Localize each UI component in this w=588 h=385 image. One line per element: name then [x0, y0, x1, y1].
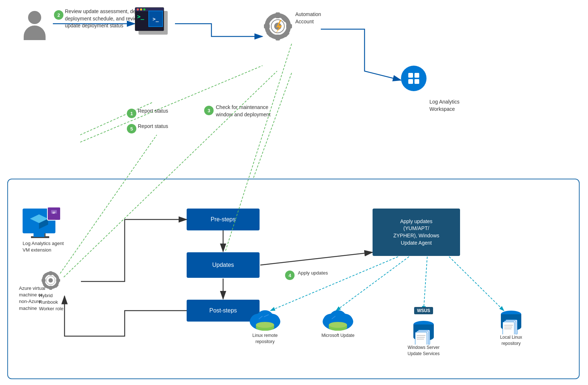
log-analytics-agent-label: Log Analytics agentVM extension	[23, 240, 70, 253]
automation-label: AutomationAccount	[295, 11, 321, 25]
svg-rect-90	[503, 322, 514, 334]
pre-steps-box: Pre-steps	[187, 209, 260, 230]
step4-label: Apply updates	[298, 270, 328, 276]
svg-line-56	[336, 257, 409, 311]
wsus-item: WSUS Windows ServerUpdate Services	[402, 307, 445, 357]
monitor-icon	[23, 209, 55, 233]
svg-rect-44	[56, 279, 60, 282]
log-analytics-label: Log AnalyticsWorkspace	[429, 98, 460, 113]
vm-area: Log Analytics agentVM extension	[23, 209, 70, 251]
svg-rect-28	[414, 73, 419, 78]
svg-rect-29	[408, 79, 413, 84]
svg-line-55	[270, 257, 398, 311]
svg-rect-42	[49, 286, 52, 290]
bottom-arrows-svg	[8, 179, 579, 378]
log-analytics-icon	[401, 66, 427, 91]
svg-rect-27	[408, 73, 413, 78]
svg-rect-20	[264, 24, 270, 28]
user-icon	[22, 11, 47, 40]
svg-point-65	[256, 322, 274, 328]
svg-point-74	[329, 322, 347, 328]
diagram-container: 2 Review update assessment, define deplo…	[0, 0, 588, 385]
svg-point-62	[257, 310, 273, 323]
step3-badge: 3	[204, 106, 214, 115]
svg-point-71	[330, 310, 346, 323]
agent-icon	[47, 207, 61, 221]
svg-line-53	[260, 252, 373, 265]
step5-label: Report status	[138, 123, 168, 130]
hybrid-runbook-icon	[41, 271, 61, 292]
step4-badge: 4	[285, 271, 295, 280]
svg-point-40	[48, 278, 53, 283]
svg-rect-30	[414, 79, 419, 84]
svg-line-57	[424, 257, 427, 311]
svg-rect-19	[276, 35, 280, 40]
svg-rect-18	[276, 12, 280, 18]
hybrid-runbook-label: HybridRunbookWorker role	[39, 292, 83, 312]
step2-badge: 2	[54, 10, 63, 20]
bottom-section: Log Analytics agentVM extension Azure vi…	[7, 179, 580, 379]
step5-badge: 5	[127, 124, 136, 133]
updates-box: Updates	[187, 252, 260, 278]
microsoft-update-item: Microsoft Update	[314, 309, 362, 339]
svg-rect-81	[415, 332, 427, 345]
svg-line-58	[449, 257, 504, 311]
repo-arrows-svg	[8, 179, 579, 378]
apply-updates-box: Apply updates(YUM/APT/ZYPHER), WindowsUp…	[373, 209, 460, 256]
linux-repo-item: Linux remoterepository	[241, 309, 289, 345]
step1-badge: 1	[127, 109, 136, 118]
svg-rect-21	[286, 24, 292, 28]
svg-rect-41	[49, 271, 52, 275]
step3-label: Check for maintenance window and deploym…	[216, 104, 281, 118]
svg-rect-43	[42, 279, 46, 282]
automation-account-icon	[262, 11, 293, 43]
portal-icon: >_ >_	[135, 7, 175, 40]
step2-label: Review update assessment, define deploym…	[65, 8, 145, 30]
local-linux-item: Local Linuxrepository	[489, 307, 533, 347]
step1-label: Report status	[138, 108, 168, 115]
